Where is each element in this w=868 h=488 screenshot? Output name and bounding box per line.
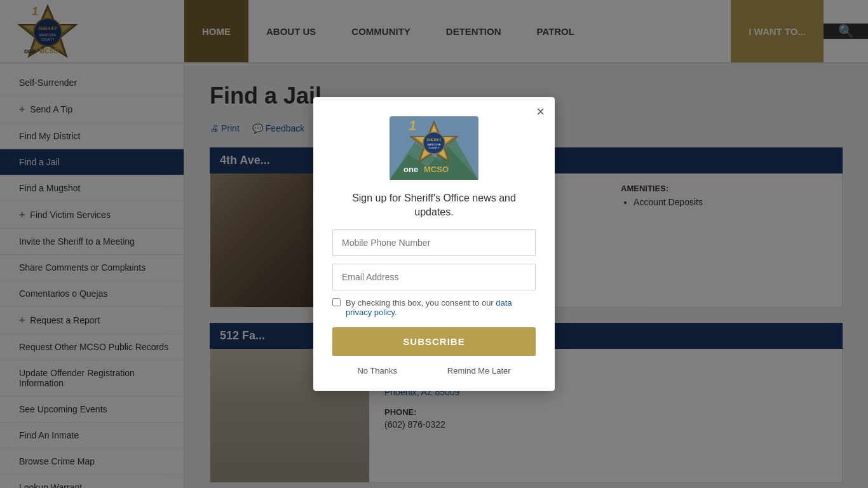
- no-thanks-link[interactable]: No Thanks: [357, 366, 397, 376]
- svg-text:SHERIFF: SHERIFF: [426, 138, 442, 142]
- svg-text:one: one: [403, 165, 418, 174]
- modal-consent-row: By checking this box, you consent to our…: [332, 298, 536, 317]
- modal-overlay[interactable]: × SHERIFF MARICOPA COUNTY 1 one MCSO: [0, 0, 868, 488]
- svg-text:1: 1: [409, 118, 416, 133]
- modal-title: Sign up for Sheriff's Office news and up…: [332, 191, 536, 220]
- modal-logo-svg: SHERIFF MARICOPA COUNTY 1 one MCSO: [390, 116, 478, 180]
- email-input[interactable]: [332, 264, 536, 290]
- remind-later-link[interactable]: Remind Me Later: [447, 366, 511, 376]
- modal-close-button[interactable]: ×: [536, 105, 545, 119]
- svg-text:COUNTY: COUNTY: [429, 146, 440, 149]
- modal-dialog: × SHERIFF MARICOPA COUNTY 1 one MCSO: [313, 97, 555, 391]
- svg-text:MCSO: MCSO: [424, 165, 449, 174]
- consent-text: By checking this box, you consent to our…: [346, 298, 536, 317]
- modal-logo: SHERIFF MARICOPA COUNTY 1 one MCSO: [332, 116, 536, 180]
- subscribe-button[interactable]: SUBSCRIBE: [332, 327, 536, 356]
- consent-checkbox[interactable]: [332, 298, 341, 306]
- phone-input[interactable]: [332, 229, 536, 256]
- modal-footer-links: No Thanks Remind Me Later: [332, 366, 536, 376]
